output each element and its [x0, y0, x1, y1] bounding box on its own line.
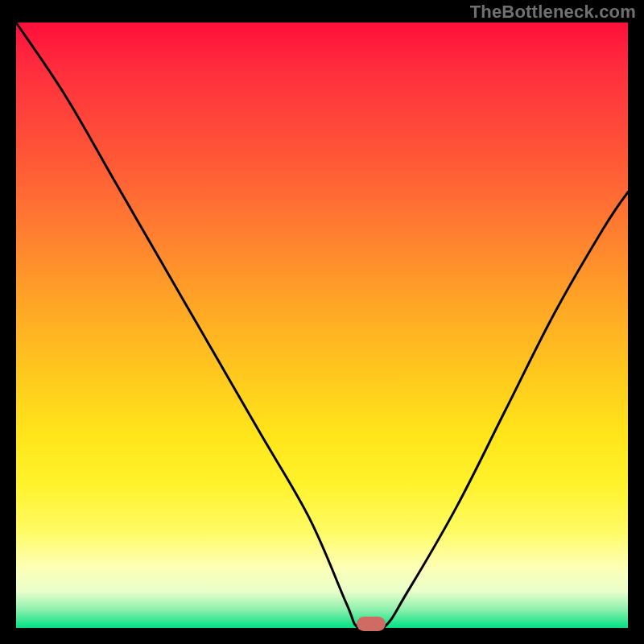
- bottleneck-curve: [16, 23, 628, 628]
- curve-path: [16, 23, 628, 632]
- minimum-marker: [357, 617, 386, 631]
- plot-area: [16, 23, 628, 628]
- chart-frame: TheBottleneck.com: [0, 0, 644, 644]
- watermark-text: TheBottleneck.com: [470, 2, 636, 23]
